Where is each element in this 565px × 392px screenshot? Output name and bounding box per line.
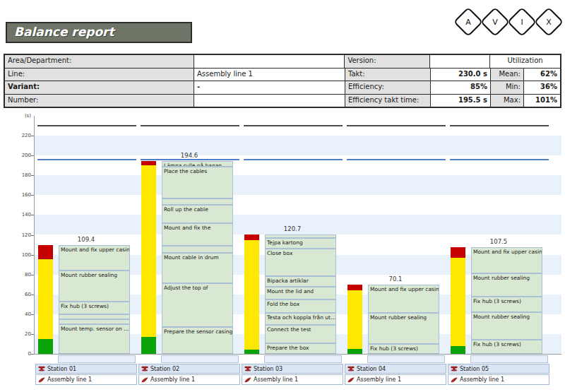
task-label: Testa och koppla från ut...	[267, 314, 335, 321]
info-label: Number:	[5, 95, 194, 107]
utilization-label: Min:	[491, 81, 524, 94]
takt-line-segment	[141, 125, 239, 126]
task-label: Place the cables	[164, 168, 207, 174]
task-label: Adjust the top of	[164, 285, 208, 291]
info-row: Number:Efficiency takt time:195.5 sMax:1…	[5, 95, 560, 107]
station-total-label: 70.1	[343, 275, 448, 283]
info-value	[194, 95, 345, 107]
task-box: Mount rubber sealing	[471, 273, 542, 296]
y-tick-label: 80	[13, 272, 31, 278]
task-label: Mount and fix upper casing	[61, 247, 130, 253]
station-column-stub	[264, 355, 342, 363]
task-box: Close box	[265, 249, 336, 276]
task-box	[59, 314, 130, 319]
station-total-label: 120.7	[240, 225, 345, 232]
task-label: Prepare the sensor casing	[164, 328, 232, 335]
efficiency-takt-time-line-segment	[347, 159, 446, 160]
task-label: Mount the lid and	[267, 288, 314, 295]
y-tick-mark	[31, 235, 34, 236]
task-box: Mount and fix the	[162, 223, 233, 246]
station-name: Station 01	[47, 366, 76, 372]
task-box: Fix hub (3 screws)	[471, 297, 542, 312]
station-name: Station 05	[460, 366, 489, 372]
task-box	[162, 198, 233, 206]
info-value: -	[194, 81, 345, 94]
info-value	[194, 55, 345, 68]
info-row: Variant:-Efficiency:85%Min:36%	[5, 81, 560, 95]
assembly-line-icon	[141, 376, 148, 384]
y-tick-mark	[31, 255, 34, 256]
grid-stripe	[34, 175, 561, 195]
takt-line-segment	[244, 125, 343, 126]
task-label: Fix hub (3 screws)	[473, 341, 521, 348]
y-tick-label: 140	[13, 212, 31, 218]
task-label: Mount rubber sealing	[473, 275, 530, 281]
task-box: Tejpa kartong	[265, 238, 336, 249]
utilization-label: Mean:	[491, 69, 524, 81]
task-label: Mount and fix upper casing	[370, 286, 439, 292]
efficiency-takt-time-line-segment	[37, 159, 136, 160]
info-label: Efficiency takt time:	[345, 95, 431, 107]
task-box: Fix hub (3 screws)	[471, 340, 542, 354]
y-axis-unit-label: (s)	[13, 113, 31, 119]
task-box: Prepare the box	[265, 343, 336, 354]
y-tick-mark	[31, 215, 34, 215]
y-tick-label: 100	[13, 252, 31, 258]
bar-segment-yellow	[451, 258, 465, 346]
info-value: 85%	[431, 81, 491, 94]
task-box: Mount the lid and	[265, 287, 336, 299]
station-name: Station 03	[254, 366, 282, 372]
task-box: Roll up the cable	[162, 205, 233, 222]
bar-segment-yellow	[141, 165, 156, 337]
station-column-stub	[58, 355, 136, 363]
assembly-line-label: Assembly line 1	[47, 376, 92, 383]
y-tick-label: 40	[13, 311, 31, 317]
bar-segment-red	[244, 234, 259, 241]
info-label: Variant:	[5, 81, 194, 94]
bar-segment-red	[451, 247, 465, 258]
task-label: Fix hub (3 screws)	[61, 303, 109, 309]
task-label: Connect the test	[267, 326, 311, 333]
station-icon	[244, 365, 251, 372]
logo-diamond: V	[480, 7, 510, 37]
bar-segment-red	[347, 285, 362, 291]
y-tick-mark	[31, 334, 34, 335]
bar-segment-green	[347, 349, 362, 354]
balance-chart: 020406080100120140160180200220(s)Mount a…	[0, 106, 565, 392]
logo-diamond: A	[453, 7, 483, 37]
bar-segment-red	[141, 161, 156, 165]
task-label: Close box	[267, 250, 292, 256]
y-tick-mark	[31, 155, 34, 156]
bar-segment-red	[38, 245, 53, 259]
efficiency-takt-time-line-segment	[141, 159, 239, 160]
info-table: Area/Department:Version:UtilizationLine:…	[4, 54, 561, 108]
utilization-header: Utilization	[490, 55, 560, 68]
logo-letter: I	[513, 13, 531, 31]
assembly-line-icon	[244, 376, 251, 384]
task-box: Place the cables	[162, 167, 233, 198]
task-label: Mount and fix upper casing	[473, 249, 542, 255]
task-box: Bipacka artiklar	[265, 276, 336, 286]
task-label: Mount cable in drum	[164, 254, 219, 261]
y-tick-mark	[31, 275, 34, 275]
station-header: Station 04	[345, 364, 446, 374]
assembly-line-row: Assembly line 1	[345, 374, 446, 385]
task-label: Bipacka artiklar	[267, 278, 309, 284]
info-label: Line:	[5, 69, 194, 81]
station-header: Station 03	[242, 364, 343, 374]
station-column-stub	[367, 355, 445, 363]
assembly-line-row: Assembly line 1	[242, 374, 343, 385]
task-box: Prepare the sensor casing	[162, 327, 233, 354]
takt-line-segment	[450, 125, 549, 126]
bar-segment-green	[451, 346, 465, 354]
station-icon	[38, 365, 45, 372]
efficiency-takt-time-line-segment	[244, 159, 343, 160]
station-header: Station 02	[138, 364, 240, 374]
y-axis	[34, 116, 35, 354]
task-box: Fold the box	[265, 299, 336, 314]
logo-letter: V	[486, 13, 504, 31]
avix-logo: AVIX	[458, 5, 564, 37]
task-box: Fix hub (3 screws)	[368, 344, 439, 354]
y-tick-mark	[31, 136, 34, 136]
task-box	[59, 319, 130, 324]
